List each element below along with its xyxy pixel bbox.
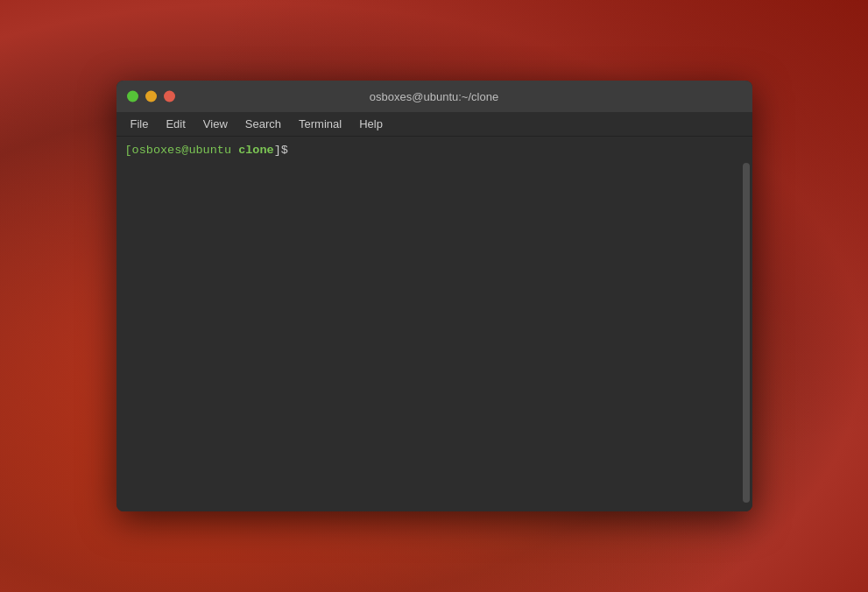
maximize-button[interactable] [127,91,138,102]
prompt-suffix: ]$ [274,142,288,159]
terminal-content: [osboxes@ubuntu clone ]$ [125,142,744,159]
window-controls [127,91,175,102]
cursor [288,142,295,159]
menu-terminal[interactable]: Terminal [292,115,349,133]
title-bar: osboxes@ubuntu:~/clone [116,81,752,112]
scrollbar[interactable] [743,163,750,503]
menu-view[interactable]: View [196,115,235,133]
menu-bar: File Edit View Search Terminal Help [116,112,752,137]
minimize-button[interactable] [145,91,157,102]
prompt-user: [osboxes@ubuntu [125,142,232,159]
prompt-path: clone [231,142,274,159]
terminal-body[interactable]: [osboxes@ubuntu clone ]$ [116,137,752,511]
terminal-window: osboxes@ubuntu:~/clone File Edit View Se… [116,81,752,511]
close-button[interactable] [164,91,175,102]
menu-help[interactable]: Help [352,115,390,133]
menu-search[interactable]: Search [238,115,288,133]
prompt-line: [osboxes@ubuntu clone ]$ [125,142,744,159]
menu-file[interactable]: File [123,115,156,133]
window-title: osboxes@ubuntu:~/clone [370,90,498,103]
menu-edit[interactable]: Edit [159,115,192,133]
